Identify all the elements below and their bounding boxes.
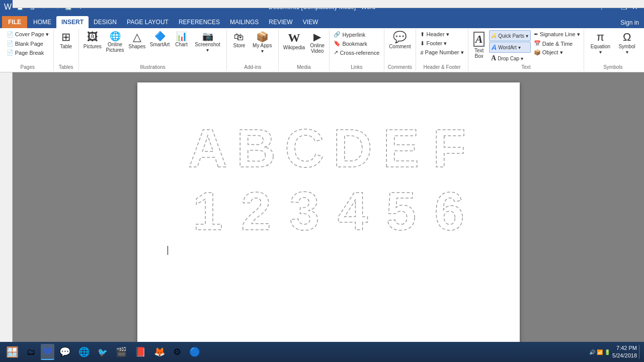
symbols-items: π Equation ▾ Ω Symbol ▾ <box>587 30 639 63</box>
pages-items: 📄 Cover Page ▾ 📄 Blank Page 📄 Page Break <box>5 30 51 63</box>
page-number-label: Page Number ▾ <box>425 49 464 56</box>
object-btn[interactable]: 📦 Object ▾ <box>532 48 582 57</box>
app10-taskbar-btn[interactable]: ⚙ <box>170 344 184 360</box>
header-btn[interactable]: ⬆ Header ▾ <box>418 30 465 39</box>
screenshot-label: Screenshot ▾ <box>194 42 222 53</box>
firefox-taskbar-btn[interactable]: 🦊 <box>151 344 168 360</box>
tab-references[interactable]: REFERENCES <box>174 16 225 28</box>
date-time-btn[interactable]: 📅 Date & Time <box>532 39 582 48</box>
smartart-btn[interactable]: 🔷 SmartArt <box>148 30 172 49</box>
number-1: 1 <box>186 180 230 236</box>
tab-mailings[interactable]: MAILINGS <box>225 16 264 28</box>
ribbon-group-symbols: π Equation ▾ Ω Symbol ▾ Symbols <box>584 29 642 71</box>
app3-taskbar-btn[interactable]: 💬 <box>56 344 73 360</box>
app11-taskbar-btn[interactable]: 🔵 <box>186 344 203 360</box>
wordart-icon: A <box>492 32 497 40</box>
header-footer-col: ⬆ Header ▾ ⬇ Footer ▾ # Page Number ▾ <box>418 30 465 57</box>
wikipedia-btn[interactable]: W Wikipedia <box>281 30 307 52</box>
table-icon: ⊞ <box>61 32 70 43</box>
tab-review[interactable]: REVIEW <box>264 16 297 28</box>
battery-icon[interactable]: 🔋 <box>604 349 610 355</box>
smartart-icon: 🔷 <box>154 32 166 41</box>
header-footer-group-label: Header & Footer <box>424 63 461 70</box>
cross-reference-label: Cross-reference <box>340 50 379 56</box>
wordart-dropdown-label: WordArt ▾ <box>498 45 520 50</box>
start-btn[interactable]: 🪟 <box>3 344 22 360</box>
wordart-btn[interactable]: A Quick Parts ▾ <box>489 30 531 41</box>
tab-file[interactable]: FILE <box>2 16 27 28</box>
tab-view[interactable]: VIEW <box>298 16 324 28</box>
cross-reference-btn[interactable]: ↗ Cross-reference <box>332 48 381 57</box>
speaker-icon[interactable]: 🔊 <box>589 349 595 355</box>
comment-label: Comment <box>389 44 411 49</box>
chart-btn[interactable]: 📊 Chart <box>173 30 191 49</box>
shapes-btn[interactable]: △ Shapes <box>127 30 147 51</box>
bookmark-btn[interactable]: 🔖 Bookmark <box>332 39 381 48</box>
tab-page-layout[interactable]: PAGE LAYOUT <box>122 16 174 28</box>
sys-tray: 🔊 📶 🔋 <box>589 349 610 355</box>
document-page[interactable]: A B C D E F <box>137 82 520 344</box>
document-scroll[interactable]: A B C D E F <box>13 72 644 345</box>
online-video-btn[interactable]: ▶ OnlineVideo <box>308 30 327 55</box>
store-btn[interactable]: 🛍 Store <box>230 30 248 50</box>
my-apps-label: My Apps ▾ <box>251 43 273 54</box>
blank-page-btn[interactable]: 📄 Blank Page <box>5 39 51 48</box>
cover-page-btn[interactable]: 📄 Cover Page ▾ <box>5 30 51 39</box>
links-items: 🔗 Hyperlink 🔖 Bookmark ↗ Cross-reference <box>332 30 381 63</box>
links-col: 🔗 Hyperlink 🔖 Bookmark ↗ Cross-reference <box>332 30 381 57</box>
my-apps-btn[interactable]: 📦 My Apps ▾ <box>249 30 275 55</box>
show-desktop-btn[interactable] <box>639 345 641 359</box>
app6-taskbar-btn[interactable]: 🎬 <box>113 344 130 360</box>
comments-group-label: Comments <box>388 63 412 70</box>
tab-design[interactable]: DESIGN <box>89 16 122 28</box>
file-explorer-btn[interactable]: 🗂 <box>24 344 39 360</box>
hyperlink-icon: 🔗 <box>334 31 341 38</box>
text-group-label: Text <box>521 63 530 70</box>
chrome-taskbar-btn[interactable]: 🌐 <box>75 344 93 360</box>
taskbar: 🪟 🗂 W 💬 🌐 🐦 🎬 📕 🦊 ⚙ 🔵 🔊 📶 🔋 7:42 PM 5/24… <box>0 342 644 362</box>
word-app-icon: W <box>4 3 12 12</box>
textbox-label: TextBox <box>474 48 484 59</box>
clock[interactable]: 7:42 PM 5/24/2018 <box>612 344 637 360</box>
pictures-label: Pictures <box>84 44 102 49</box>
table-btn[interactable]: ⊞ Table <box>57 30 75 51</box>
tab-insert[interactable]: INSERT <box>56 16 89 28</box>
comment-btn[interactable]: 💬 Comment <box>387 30 413 51</box>
date-time-label: Date & Time <box>542 41 573 47</box>
number-5: 5 <box>379 180 423 236</box>
signature-line-btn[interactable]: ✒ Signature Line ▾ <box>532 30 582 39</box>
hyperlink-btn[interactable]: 🔗 Hyperlink <box>332 30 381 39</box>
tables-group-label: Tables <box>59 63 73 70</box>
number-6: 6 <box>427 180 471 236</box>
adobe-taskbar-btn[interactable]: 📕 <box>132 344 149 360</box>
word-taskbar-btn[interactable]: W <box>41 344 54 360</box>
online-pictures-btn[interactable]: 🌐 OnlinePictures <box>104 30 126 54</box>
footer-btn[interactable]: ⬇ Footer ▾ <box>418 39 465 48</box>
page-break-icon: 📄 <box>7 49 14 56</box>
dropcap-btn[interactable]: A Drop Cap ▾ <box>489 53 531 63</box>
network-icon[interactable]: 📶 <box>597 349 603 355</box>
letter-E: E <box>379 118 423 173</box>
page-number-icon: # <box>420 50 423 56</box>
symbol-btn[interactable]: Ω Symbol ▾ <box>615 30 639 56</box>
letter-F: F <box>427 118 471 173</box>
app5-taskbar-btn[interactable]: 🐦 <box>95 344 111 360</box>
object-label: Object ▾ <box>542 49 563 56</box>
svg-text:F: F <box>433 118 466 173</box>
page-break-btn[interactable]: 📄 Page Break <box>5 48 51 57</box>
symbol-icon: Ω <box>623 32 631 43</box>
wordart-dropdown-btn[interactable]: A WordArt ▾ <box>489 42 531 53</box>
screenshot-btn[interactable]: 📷 Screenshot ▾ <box>192 30 224 54</box>
links-group-label: Links <box>351 63 362 70</box>
dropcap-label: Drop Cap ▾ <box>498 56 523 61</box>
time-display: 7:42 PM <box>612 344 637 352</box>
equation-btn[interactable]: π Equation ▾ <box>587 30 614 56</box>
svg-text:A: A <box>188 118 227 173</box>
pictures-btn[interactable]: 🖼 Pictures <box>82 30 103 51</box>
textbox-btn[interactable]: A TextBox <box>470 30 488 60</box>
tab-home[interactable]: HOME <box>28 16 56 28</box>
sign-in-btn[interactable]: Sign in <box>615 17 644 28</box>
addins-items: 🛍 Store 📦 My Apps ▾ <box>230 30 275 63</box>
table-label: Table <box>60 44 72 49</box>
page-number-btn[interactable]: # Page Number ▾ <box>418 48 465 57</box>
